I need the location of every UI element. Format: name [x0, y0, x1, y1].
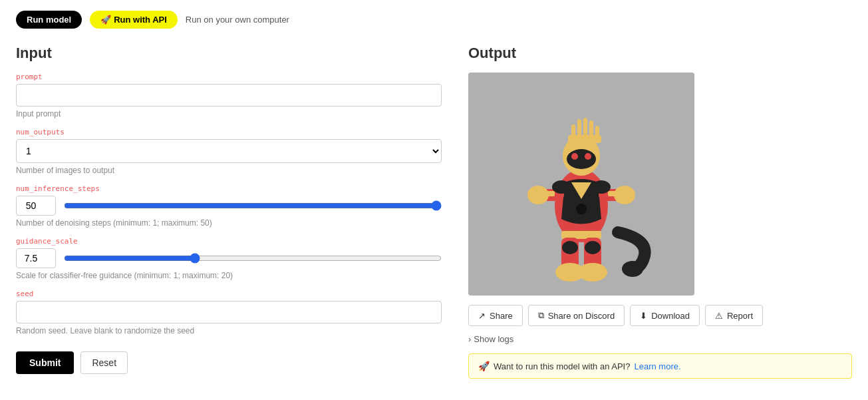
- share-label: Share: [490, 311, 513, 321]
- discord-icon: ⧉: [538, 310, 544, 321]
- download-button[interactable]: ⬇ Download: [630, 305, 700, 326]
- svg-point-22: [562, 241, 578, 254]
- reset-button[interactable]: Reset: [80, 351, 128, 374]
- run-computer-link[interactable]: Run on your own computer: [186, 15, 289, 25]
- num-inference-steps-label: num_inference_steps: [16, 184, 442, 193]
- guidance-scale-number[interactable]: [16, 248, 56, 268]
- svg-point-2: [576, 204, 587, 214]
- api-banner-rocket-icon: 🚀: [478, 361, 490, 371]
- num-outputs-select[interactable]: 1 2 3 4: [16, 139, 442, 163]
- prompt-hint: Input prompt: [16, 109, 442, 118]
- report-button[interactable]: ⚠ Report: [705, 305, 763, 326]
- download-label: Download: [651, 311, 690, 321]
- svg-rect-26: [547, 191, 555, 196]
- show-logs-label: Show logs: [474, 334, 513, 344]
- seed-hint: Random seed. Leave blank to randomize th…: [16, 326, 442, 335]
- download-icon: ⬇: [640, 311, 647, 321]
- rocket-icon: 🚀: [100, 15, 111, 25]
- output-buttons: ↗ Share ⧉ Share on Discord ⬇ Download ⚠ …: [468, 305, 852, 326]
- svg-point-14: [527, 186, 549, 204]
- svg-point-5: [571, 153, 578, 160]
- svg-rect-27: [608, 191, 616, 196]
- num-outputs-hint: Number of images to output: [16, 166, 442, 175]
- api-banner: 🚀 Want to run this model with an API? Le…: [468, 353, 852, 379]
- output-panel: Output: [468, 45, 852, 379]
- share-discord-label: Share on Discord: [548, 311, 615, 321]
- main-layout: Input prompt Volodymyr Zelenskyy Input p…: [16, 45, 852, 379]
- inference-steps-row: [16, 196, 442, 216]
- run-api-label: Run with API: [114, 15, 167, 25]
- top-nav: Run model 🚀 Run with API Run on your own…: [16, 11, 852, 29]
- prompt-label: prompt: [16, 73, 442, 81]
- chevron-right-icon: ›: [468, 334, 471, 344]
- input-title: Input: [16, 45, 442, 62]
- action-row: Submit Reset: [16, 351, 442, 374]
- submit-button[interactable]: Submit: [16, 351, 74, 374]
- seed-label: seed: [16, 290, 442, 298]
- report-icon: ⚠: [715, 311, 723, 321]
- share-discord-button[interactable]: ⧉ Share on Discord: [528, 305, 625, 326]
- seed-input[interactable]: [16, 301, 442, 323]
- svg-point-28: [622, 261, 643, 277]
- input-panel: Input prompt Volodymyr Zelenskyy Input p…: [16, 45, 442, 379]
- svg-point-24: [552, 180, 571, 194]
- show-logs-toggle[interactable]: › Show logs: [468, 334, 852, 344]
- run-api-button[interactable]: 🚀 Run with API: [90, 11, 178, 29]
- api-banner-text: Want to run this model with an API?: [494, 361, 630, 371]
- svg-point-25: [592, 180, 611, 194]
- svg-point-4: [567, 149, 596, 169]
- report-label: Report: [727, 311, 753, 321]
- output-image: [468, 73, 694, 296]
- svg-point-16: [614, 186, 635, 204]
- svg-point-23: [585, 241, 601, 254]
- svg-point-6: [585, 153, 591, 160]
- svg-point-21: [578, 263, 607, 282]
- svg-rect-12: [568, 135, 601, 143]
- guidance-scale-slider[interactable]: [64, 253, 442, 264]
- run-model-button[interactable]: Run model: [16, 11, 82, 29]
- share-icon: ↗: [478, 311, 486, 321]
- output-title: Output: [468, 45, 852, 62]
- inference-steps-number[interactable]: [16, 196, 56, 216]
- guidance-scale-row: [16, 248, 442, 268]
- guidance-scale-hint: Scale for classifier-free guidance (mini…: [16, 271, 442, 280]
- num-outputs-label: num_outputs: [16, 128, 442, 136]
- share-button[interactable]: ↗ Share: [468, 305, 523, 326]
- guidance-scale-label: guidance_scale: [16, 237, 442, 246]
- api-banner-link[interactable]: Learn more.: [634, 361, 680, 371]
- output-image-container: [468, 73, 694, 296]
- inference-steps-slider[interactable]: [64, 200, 442, 211]
- prompt-input[interactable]: Volodymyr Zelenskyy: [16, 84, 442, 106]
- inference-steps-hint: Number of denoising steps (minimum: 1; m…: [16, 218, 442, 228]
